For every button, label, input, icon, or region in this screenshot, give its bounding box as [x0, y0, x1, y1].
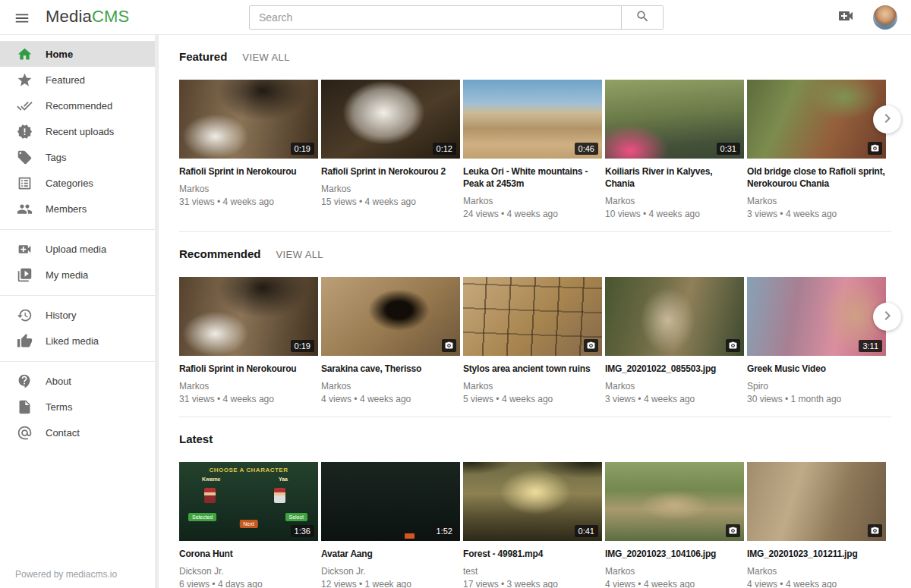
logo[interactable]: MediaCMS	[46, 7, 129, 27]
media-card[interactable]: 0:19 Rafioli Sprint in Nerokourou Markos…	[179, 277, 318, 404]
sidebar-item-label: My media	[46, 269, 88, 281]
section-title: Latest	[179, 432, 213, 445]
media-card[interactable]: 1:52 Avatar Aang Dickson Jr. 12 views • …	[321, 462, 460, 588]
media-card[interactable]: Old bridge close to Rafioli sprint, Nero…	[747, 80, 886, 219]
media-author[interactable]: Markos	[747, 196, 886, 206]
media-meta: 5 views • 4 weeks ago	[463, 394, 602, 404]
search-input[interactable]	[250, 6, 621, 29]
sidebar-item-label: Contact	[46, 427, 80, 439]
media-thumbnail[interactable]: CHOOSE A CHARACTER Kwame Yaa Selected Ne…	[179, 462, 318, 541]
media-meta: 3 views • 4 weeks ago	[747, 209, 886, 219]
media-title[interactable]: Avatar Aang	[321, 548, 460, 560]
duration-badge: 0:41	[575, 525, 598, 537]
sidebar-item-recommended[interactable]: Recommended	[0, 93, 159, 118]
media-meta: 15 views • 4 weeks ago	[321, 197, 460, 207]
media-author[interactable]: Markos	[321, 184, 460, 194]
media-title[interactable]: Leuka Ori - White mountains - Peak at 24…	[463, 165, 602, 190]
carousel-next-button[interactable]	[873, 105, 901, 134]
media-card[interactable]: IMG_20201023_101211.jpg Markos 4 views •…	[747, 462, 886, 588]
media-author[interactable]: test	[463, 566, 602, 577]
media-thumbnail[interactable]: 0:31	[605, 80, 744, 159]
media-card[interactable]: Stylos area ancient town ruins Markos 5 …	[463, 277, 602, 404]
media-title[interactable]: Rafioli Sprint in Nerokourou 2	[321, 165, 460, 178]
media-meta: 17 views • 3 weeks ago	[463, 579, 602, 588]
sidebar-item-terms[interactable]: Terms	[0, 394, 159, 420]
sidebar-scrollbar[interactable]	[155, 35, 159, 588]
sidebar-item-contact[interactable]: Contact	[0, 420, 159, 445]
menu-icon[interactable]	[13, 9, 31, 27]
media-title[interactable]: IMG_20201023_101211.jpg	[747, 548, 886, 560]
media-title[interactable]: Greek Music Video	[747, 363, 886, 375]
search-button[interactable]	[621, 6, 663, 29]
media-title[interactable]: Rafioli Sprint in Nerokourou	[179, 165, 318, 178]
media-title[interactable]: Rafioli Sprint in Nerokourou	[179, 363, 318, 375]
carousel-next-button[interactable]	[873, 303, 901, 331]
media-title[interactable]: Forest - 49981.mp4	[463, 548, 602, 560]
sidebar-item-my-media[interactable]: My media	[0, 262, 159, 288]
media-card[interactable]: 0:31 Koiliaris River in Kalyves, Chania …	[605, 80, 744, 219]
sidebar-item-label: Recent uploads	[46, 126, 114, 137]
media-author[interactable]: Markos	[747, 566, 886, 577]
sidebar-item-categories[interactable]: Categories	[0, 170, 159, 196]
sidebar-group-media: Upload media My media	[0, 229, 159, 295]
media-card[interactable]: Sarakina cave, Therisso Markos 4 views •…	[321, 277, 460, 404]
media-card[interactable]: 0:41 Forest - 49981.mp4 test 17 views • …	[463, 462, 602, 588]
media-author[interactable]: Spiro	[747, 381, 886, 391]
media-card[interactable]: 3:11 Greek Music Video Spiro 30 views • …	[747, 277, 886, 404]
media-title[interactable]: Corona Hunt	[179, 548, 318, 560]
sidebar-item-upload-media[interactable]: Upload media	[0, 236, 159, 262]
media-thumbnail[interactable]: 3:11	[747, 277, 886, 356]
media-author[interactable]: Markos	[605, 196, 744, 206]
media-thumbnail[interactable]: 0:19	[179, 277, 318, 356]
sidebar-item-home[interactable]: Home	[0, 41, 159, 67]
sidebar-item-recent-uploads[interactable]: Recent uploads	[0, 118, 159, 144]
sidebar-item-members[interactable]: Members	[0, 196, 159, 222]
sidebar-item-history[interactable]: History	[0, 302, 159, 328]
media-author[interactable]: Markos	[463, 196, 602, 206]
media-thumbnail[interactable]: 0:41	[463, 462, 602, 541]
powered-by-link[interactable]: Powered by mediacms.io	[15, 569, 117, 580]
media-card[interactable]: 0:46 Leuka Ori - White mountains - Peak …	[463, 80, 602, 219]
media-thumbnail[interactable]	[605, 277, 744, 356]
sidebar-item-about[interactable]: About	[0, 368, 159, 394]
media-thumbnail[interactable]	[747, 80, 886, 159]
view-all-link[interactable]: VIEW ALL	[242, 52, 289, 63]
media-card[interactable]: CHOOSE A CHARACTER Kwame Yaa Selected Ne…	[179, 462, 318, 588]
media-thumbnail[interactable]: 0:46	[463, 80, 602, 159]
media-thumbnail[interactable]: 0:12	[321, 80, 460, 159]
media-author[interactable]: Markos	[605, 566, 744, 577]
media-author[interactable]: Markos	[605, 381, 744, 391]
sidebar-item-label: Featured	[46, 74, 85, 86]
media-title[interactable]: IMG_20201022_085503.jpg	[605, 363, 744, 375]
media-thumbnail[interactable]	[605, 462, 744, 541]
media-card[interactable]: 0:12 Rafioli Sprint in Nerokourou 2 Mark…	[321, 80, 460, 207]
media-author[interactable]: Dickson Jr.	[179, 566, 318, 577]
media-author[interactable]: Markos	[179, 184, 318, 194]
media-meta: 30 views • 1 month ago	[747, 394, 886, 404]
sidebar-item-label: Members	[46, 203, 87, 215]
sidebar-item-tags[interactable]: Tags	[0, 144, 159, 170]
user-avatar[interactable]	[873, 5, 897, 30]
top-header: MediaCMS	[0, 0, 911, 35]
media-thumbnail[interactable]: 0:19	[179, 80, 318, 159]
sidebar-item-featured[interactable]: Featured	[0, 67, 159, 93]
media-thumbnail[interactable]	[747, 462, 886, 541]
media-thumbnail[interactable]	[321, 277, 460, 356]
media-thumbnail[interactable]	[463, 277, 602, 356]
media-title[interactable]: Stylos area ancient town ruins	[463, 363, 602, 375]
media-card[interactable]: IMG_20201022_085503.jpg Markos 3 views •…	[605, 277, 744, 404]
view-all-link[interactable]: VIEW ALL	[276, 249, 323, 260]
media-title[interactable]: Koiliaris River in Kalyves, Chania	[605, 165, 744, 190]
media-title[interactable]: Sarakina cave, Therisso	[321, 363, 460, 375]
media-author[interactable]: Markos	[463, 381, 602, 391]
media-thumbnail[interactable]: 1:52	[321, 462, 460, 541]
media-author[interactable]: Markos	[179, 381, 318, 391]
media-author[interactable]: Dickson Jr.	[321, 566, 460, 577]
sidebar-item-liked-media[interactable]: Liked media	[0, 328, 159, 354]
media-card[interactable]: IMG_20201023_104106.jpg Markos 4 views •…	[605, 462, 744, 588]
media-author[interactable]: Markos	[321, 381, 460, 391]
media-title[interactable]: IMG_20201023_104106.jpg	[605, 548, 744, 560]
media-title[interactable]: Old bridge close to Rafioli sprint, Nero…	[747, 165, 886, 190]
media-card[interactable]: 0:19 Rafioli Sprint in Nerokourou Markos…	[179, 80, 318, 207]
upload-media-button[interactable]	[837, 7, 855, 28]
